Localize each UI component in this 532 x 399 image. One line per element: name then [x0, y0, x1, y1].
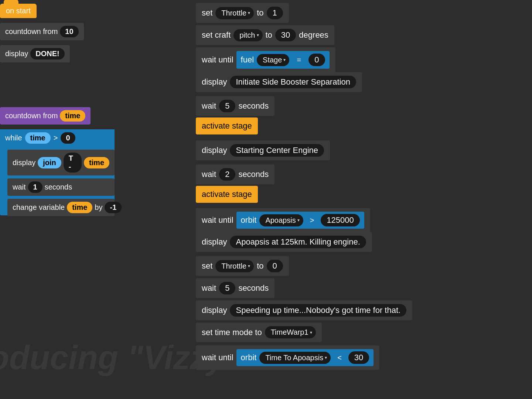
- countdown-time-label: countdown from: [5, 112, 58, 120]
- display-done-label: display: [5, 50, 28, 58]
- wait-5-2-unit: seconds: [238, 283, 269, 293]
- fuel-value[interactable]: 0: [308, 54, 325, 66]
- pitch-to-label: to: [266, 30, 272, 40]
- change-var-name[interactable]: time: [67, 202, 92, 213]
- wait-2-block[interactable]: wait 2 seconds: [196, 164, 274, 184]
- wait-1-value[interactable]: 1: [28, 181, 42, 193]
- display-apoapsis-label: display: [202, 237, 227, 247]
- wait-until-orbit-block[interactable]: wait until orbit Apoapsis ▾ > 125000: [196, 208, 370, 232]
- wait-until-orbit2-block[interactable]: wait until orbit Time To Apoapsis ▾ < 30: [196, 345, 379, 370]
- wait-1-block[interactable]: wait 1 seconds: [7, 178, 115, 196]
- initiate-text[interactable]: Initiate Side Booster Separation: [230, 76, 356, 88]
- starting-text[interactable]: Starting Center Engine: [230, 144, 324, 157]
- pitch-dropdown-label: pitch: [239, 31, 255, 40]
- apoapsis-arrow-icon: ▾: [297, 218, 300, 223]
- orbit2-label: orbit: [241, 353, 257, 362]
- wait-5-2-label: wait: [202, 283, 216, 293]
- activate-stage-2-block[interactable]: activate stage: [196, 186, 258, 203]
- while-container: while time > 0 display join T - time wai…: [0, 129, 115, 215]
- wait-5-2-block[interactable]: wait 5 seconds: [196, 278, 274, 298]
- set-pitch-block[interactable]: set craft pitch ▾ to 30 degrees: [196, 25, 334, 45]
- set-throttle-0-block[interactable]: set Throttle ▾ to 0: [196, 256, 289, 276]
- countdown-10-block[interactable]: countdown from 10: [0, 23, 84, 40]
- time-value-join[interactable]: time: [84, 157, 109, 168]
- display-speeding-block[interactable]: display Speeding up time...Nobody's got …: [196, 300, 412, 320]
- display-speeding-label: display: [202, 306, 227, 315]
- while-var[interactable]: time: [25, 132, 51, 144]
- fuel-label: fuel: [241, 55, 254, 65]
- throttle-dropdown[interactable]: Throttle ▾: [215, 7, 254, 19]
- wait-until-fuel-block[interactable]: wait until fuel Stage ▾ = 0: [196, 47, 335, 72]
- activate-stage-1-block[interactable]: activate stage: [196, 117, 258, 134]
- time-apoapsis-dropdown[interactable]: Time To Apoapsis ▾: [259, 352, 331, 364]
- on-start-label: on start: [6, 7, 31, 15]
- orbit-label: orbit: [241, 215, 257, 225]
- timewarp-arrow-icon: ▾: [310, 330, 312, 335]
- set-throttle-1-block[interactable]: set Throttle ▾ to 1: [196, 3, 289, 23]
- set-label: set: [202, 8, 212, 18]
- countdown-time-block[interactable]: countdown from time: [0, 107, 91, 125]
- to-0-label: to: [257, 261, 263, 271]
- countdown-value[interactable]: 10: [60, 26, 78, 37]
- display-done-block[interactable]: display DONE!: [0, 45, 70, 62]
- wait-until-orbit2-label: wait until: [202, 353, 233, 362]
- throttle-value[interactable]: 1: [267, 7, 283, 19]
- change-var-by: by: [95, 203, 102, 212]
- throttle-arrow-icon: ▾: [248, 10, 250, 16]
- t-dash-value[interactable]: T -: [64, 153, 82, 173]
- change-var-value[interactable]: -1: [105, 202, 122, 213]
- pitch-arrow-icon: ▾: [257, 33, 259, 38]
- change-var-block[interactable]: change variable time by -1: [7, 199, 115, 216]
- display-starting-label: display: [202, 146, 227, 155]
- while-block[interactable]: while time > 0: [0, 129, 115, 147]
- apoapsis-dropdown[interactable]: Apoapsis ▾: [259, 214, 303, 226]
- time-apoapsis-arrow-icon: ▾: [325, 355, 327, 360]
- set-time-mode-block[interactable]: set time mode to TimeWarp1 ▾: [196, 323, 322, 342]
- wait-2-value[interactable]: 2: [219, 168, 235, 181]
- stage-label: Stage: [263, 56, 282, 64]
- join-keyword[interactable]: join: [38, 157, 61, 168]
- throttle-0-dropdown[interactable]: Throttle ▾: [215, 260, 254, 272]
- stage-dropdown[interactable]: Stage ▾: [257, 54, 289, 66]
- pitch-value[interactable]: 30: [275, 29, 296, 41]
- gt-op: >: [306, 215, 318, 226]
- apoapsis-text[interactable]: Apoapsis at 125km. Killing engine.: [230, 236, 366, 248]
- equals-op: =: [292, 53, 306, 66]
- activate-stage-1-label: activate stage: [202, 121, 252, 131]
- wait-2-label: wait: [202, 170, 216, 179]
- wait-1-unit: seconds: [45, 183, 72, 191]
- throttle-dropdown-label: Throttle: [221, 9, 246, 17]
- time-apoapsis-value[interactable]: 30: [348, 351, 369, 364]
- pitch-dropdown[interactable]: pitch ▾: [233, 29, 262, 41]
- degrees-label: degrees: [299, 30, 328, 40]
- while-value[interactable]: 0: [61, 132, 75, 144]
- apoapsis-value[interactable]: 125000: [321, 214, 359, 226]
- display-starting-block[interactable]: display Starting Center Engine: [196, 140, 330, 160]
- display-initiate-block[interactable]: display Initiate Side Booster Separation: [196, 72, 362, 92]
- display-join-block[interactable]: display join T - time: [7, 150, 115, 175]
- wait-5-1-value[interactable]: 5: [219, 100, 235, 112]
- orbit2-condition: orbit Time To Apoapsis ▾ < 30: [236, 349, 374, 366]
- countdown-label: countdown from: [5, 27, 58, 36]
- activate-stage-2-label: activate stage: [202, 190, 252, 199]
- set-time-label: set time mode to: [202, 328, 262, 337]
- wait-until-label: wait until: [202, 55, 233, 65]
- timewarp-label: TimeWarp1: [271, 328, 308, 337]
- wait-5-2-value[interactable]: 5: [219, 282, 235, 294]
- display-join-label: display: [13, 158, 35, 167]
- wait-5-1-label: wait: [202, 101, 216, 111]
- timewarp-dropdown[interactable]: TimeWarp1 ▾: [265, 326, 316, 338]
- wait-2-unit: seconds: [238, 170, 269, 179]
- while-op: >: [54, 134, 58, 142]
- display-apoapsis-block[interactable]: display Apoapsis at 125km. Killing engin…: [196, 232, 372, 252]
- throttle-0-value[interactable]: 0: [267, 260, 283, 272]
- lt-op: <: [334, 352, 345, 364]
- stage-arrow-icon: ▾: [283, 57, 286, 62]
- speeding-text[interactable]: Speeding up time...Nobody's got time for…: [230, 304, 406, 317]
- display-done-value[interactable]: DONE!: [30, 48, 64, 59]
- change-var-label: change variable: [13, 203, 65, 212]
- set-throttle-0-text: set: [202, 261, 212, 271]
- wait-5-1-block[interactable]: wait 5 seconds: [196, 96, 274, 116]
- on-start-block[interactable]: on start: [0, 4, 37, 18]
- countdown-time-value[interactable]: time: [60, 110, 85, 122]
